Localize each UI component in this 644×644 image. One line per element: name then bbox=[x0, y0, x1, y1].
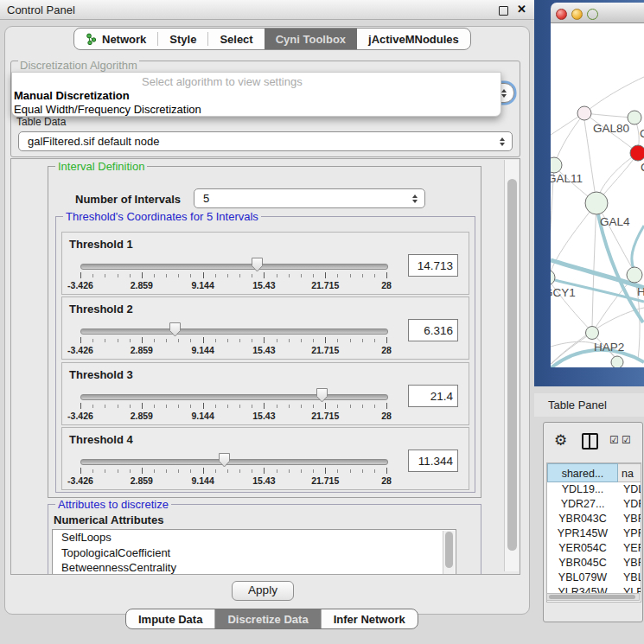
node-label-h: H bbox=[637, 285, 644, 298]
axis-tick-label: 2.859 bbox=[131, 475, 153, 486]
settings-scrollbar[interactable] bbox=[504, 160, 519, 571]
node-top-right[interactable] bbox=[628, 111, 641, 124]
network-window-titlebar[interactable] bbox=[551, 3, 644, 23]
threshold-value-field[interactable]: 21.4 bbox=[408, 385, 458, 407]
node-label-g: G. bbox=[640, 127, 644, 140]
tab-style[interactable]: Style bbox=[158, 29, 207, 49]
node-label-c: C bbox=[641, 161, 644, 174]
tab-select[interactable]: Select bbox=[208, 29, 264, 49]
checkbox-icon[interactable]: ☑ bbox=[609, 434, 619, 446]
list-item[interactable]: TopologicalCoefficient bbox=[53, 545, 456, 561]
number-of-intervals-combobox[interactable]: 5 bbox=[194, 188, 425, 208]
algorithm-dropdown-popup: Select algorithm to view settings Manual… bbox=[11, 72, 501, 117]
table-data-combobox[interactable]: galFiltered.sif default node bbox=[18, 131, 513, 151]
apply-button[interactable]: Apply bbox=[232, 581, 294, 601]
table-row[interactable]: YDR27...YDR2 bbox=[547, 497, 641, 512]
table-data-label: Table Data bbox=[16, 116, 66, 128]
tab-label: Style bbox=[169, 33, 196, 46]
column-header-name[interactable]: na bbox=[618, 463, 641, 482]
combo-spinner-icon bbox=[500, 137, 506, 146]
tab-label: Select bbox=[220, 33, 252, 46]
tab-discretize-data[interactable]: Discretize Data bbox=[215, 609, 321, 628]
list-scrollbar[interactable] bbox=[443, 531, 455, 574]
slider-track[interactable] bbox=[80, 394, 388, 400]
table-row[interactable]: YBR043CYBR0 bbox=[547, 512, 641, 526]
split-columns-icon[interactable] bbox=[582, 433, 598, 450]
table-row[interactable]: YBR045CYBR0 bbox=[547, 556, 641, 571]
numerical-attributes-list[interactable]: SelfLoopsTopologicalCoefficientBetweenne… bbox=[52, 529, 456, 575]
threshold-value-field[interactable]: 14.713 bbox=[408, 254, 458, 277]
tab-jactivemnodules[interactable]: jActiveMNodules bbox=[357, 29, 470, 49]
tab-impute-data[interactable]: Impute Data bbox=[126, 609, 215, 628]
minimize-traffic-light-icon[interactable] bbox=[571, 9, 583, 20]
column-header-shared-name[interactable]: shared... bbox=[547, 463, 618, 482]
axis-tick-label: 15.43 bbox=[252, 475, 275, 486]
node-table[interactable]: shared... na YDL19...YDL1YDR27...YDR2YBR… bbox=[546, 462, 641, 603]
axis-tick-label: -3.426 bbox=[67, 280, 93, 290]
number-of-intervals-value: 5 bbox=[203, 192, 209, 205]
node-bottom[interactable] bbox=[611, 356, 623, 367]
node-label-hap2: HAP2 bbox=[594, 341, 624, 354]
axis-tick-label: -3.426 bbox=[67, 475, 93, 486]
node-label-gcy1: GCY1 bbox=[551, 286, 576, 299]
tab-infer-network[interactable]: Infer Network bbox=[322, 609, 418, 628]
cell-name: YBR0 bbox=[618, 512, 641, 526]
dropdown-item-manual-discretization[interactable]: Manual Discretization bbox=[14, 89, 501, 102]
checkbox-icon[interactable]: ☑ bbox=[622, 434, 631, 446]
zoom-traffic-light-icon[interactable] bbox=[587, 9, 598, 20]
gear-icon[interactable]: ⚙ bbox=[554, 431, 567, 450]
slider-track[interactable] bbox=[80, 264, 388, 270]
number-of-intervals-label: Number of Intervals bbox=[75, 193, 181, 206]
threshold-value-field[interactable]: 6.316 bbox=[408, 319, 458, 341]
network-canvas[interactable]: GAL80G.CGAL11GAL4GCY1HHAP2 bbox=[551, 23, 644, 367]
table-horizontal-scrollbar[interactable] bbox=[546, 593, 640, 601]
interval-definition-title: Interval Definition bbox=[55, 160, 147, 173]
table-header-row: shared... na bbox=[547, 463, 641, 482]
node-gal11[interactable] bbox=[551, 157, 562, 173]
close-traffic-light-icon[interactable] bbox=[556, 9, 567, 20]
threshold-value-field[interactable]: 11.344 bbox=[408, 450, 458, 472]
dropdown-placeholder-item[interactable]: Select algorithm to view settings bbox=[142, 75, 501, 88]
cell-shared-name: YPR145W bbox=[547, 526, 618, 541]
slider-track[interactable] bbox=[80, 459, 388, 465]
network-window: GAL80G.CGAL11GAL4GCY1HHAP2 bbox=[551, 3, 644, 367]
list-item[interactable]: SelfLoops bbox=[53, 530, 456, 545]
table-row[interactable]: YPR145WYPR1 bbox=[547, 526, 641, 541]
axis-tick-label: -3.426 bbox=[67, 345, 93, 355]
dropdown-item-equal-width[interactable]: Equal Width/Frequency Discretization bbox=[14, 103, 501, 116]
tab-label: jActiveMNodules bbox=[368, 33, 459, 46]
threshold-panel-1: Threshold 1-3.4262.8599.14415.4321.71528… bbox=[61, 232, 469, 295]
list-scrollbar-thumb[interactable] bbox=[445, 532, 453, 568]
axis-tick-label: 28 bbox=[381, 411, 392, 421]
tab-network[interactable]: Network bbox=[74, 29, 157, 49]
close-icon[interactable]: ✕ bbox=[517, 3, 526, 16]
attributes-group: Attributes to discretize Numerical Attri… bbox=[48, 504, 481, 575]
node-gal4[interactable] bbox=[585, 192, 608, 214]
float-window-icon[interactable] bbox=[499, 6, 508, 16]
axis-tick-label: 2.859 bbox=[131, 411, 153, 421]
settings-scroll-panel: Interval Definition Number of Intervals … bbox=[10, 158, 520, 575]
threshold-label: Threshold 4 bbox=[69, 433, 133, 446]
axis-tick-label: 15.43 bbox=[252, 345, 275, 355]
algorithm-section-title: Discretization Algorithm bbox=[18, 59, 139, 72]
control-panel-titlebar: Control Panel ✕ bbox=[0, 0, 534, 20]
list-item[interactable]: BetweennessCentrality bbox=[53, 560, 456, 575]
table-row[interactable]: YDL19...YDL1 bbox=[547, 482, 641, 497]
node-selected-red[interactable] bbox=[630, 145, 644, 161]
threshold-label: Threshold 3 bbox=[69, 368, 133, 381]
tab-cyni-toolbox[interactable]: Cyni Toolbox bbox=[265, 29, 357, 49]
node-hap2[interactable] bbox=[586, 327, 599, 340]
table-row[interactable]: YBL079WYBL0 bbox=[547, 571, 641, 585]
settings-scrollbar-thumb[interactable] bbox=[507, 179, 517, 551]
axis-tick-label: 28 bbox=[381, 280, 392, 290]
cell-name: YDR2 bbox=[618, 497, 641, 512]
node-h[interactable] bbox=[627, 267, 642, 283]
bottom-tabs: Impute DataDiscretize DataInfer Network bbox=[125, 609, 418, 629]
control-panel: Control Panel ✕ NetworkStyleSelectCyni T… bbox=[0, 0, 534, 644]
node-gcy1[interactable] bbox=[551, 270, 555, 285]
table-row[interactable]: YER054CYER0 bbox=[547, 541, 641, 556]
table-scrollbar-thumb[interactable] bbox=[549, 595, 635, 599]
slider-track[interactable] bbox=[80, 328, 388, 335]
combo-spinner-icon bbox=[412, 194, 418, 203]
node-gal80[interactable] bbox=[577, 106, 591, 120]
